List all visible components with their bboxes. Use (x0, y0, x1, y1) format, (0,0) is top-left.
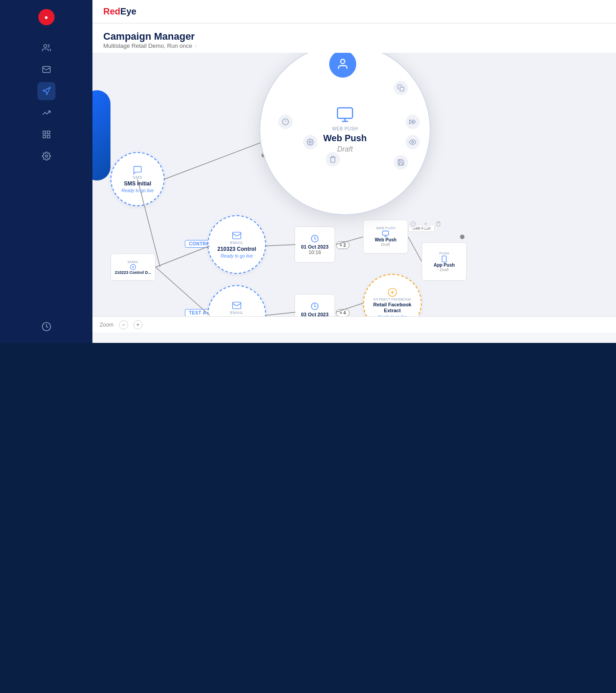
main-content: RedEye Campaign Manager Multistage Retai… (92, 0, 616, 343)
app-container: RedEye Campaign Manager Multistage Retai… (0, 0, 616, 343)
logo-red: Red (103, 6, 120, 16)
email-control-d-name: 210223 Control D... (115, 270, 151, 275)
breadcrumb-icon: › (195, 42, 197, 49)
zoom-in-button[interactable]: + (133, 320, 143, 329)
svg-marker-28 (413, 120, 416, 124)
info-small-icon[interactable] (408, 219, 418, 229)
web-push-large-name: Web Push (323, 133, 367, 143)
svg-rect-27 (400, 87, 404, 91)
settings-icon-button[interactable] (303, 135, 317, 149)
plus-badge-1[interactable]: + 2 (336, 241, 349, 249)
web-push-small-icon (382, 230, 389, 237)
zoom-label: Zoom (100, 322, 114, 328)
app-push-status: Draft (440, 268, 449, 272)
analytics-icon (42, 108, 51, 117)
zoom-bar: Zoom − + (92, 316, 616, 333)
segments-icon (42, 130, 51, 139)
email-control-node[interactable]: EMAIL 210323 Control Ready to go live (207, 215, 266, 274)
svg-point-47 (425, 223, 427, 225)
page-subtitle: Multistage Retail Demo, Run once › (103, 42, 605, 49)
web-push-small-status: Draft (381, 242, 390, 247)
sms-icon (133, 165, 143, 175)
app-push-icon (441, 255, 448, 263)
date-node-1: 01 Oct 2023 10:16 (294, 226, 335, 263)
email-test-icon (232, 300, 242, 310)
email-control-icon (232, 231, 242, 240)
sms-type: SMS (133, 175, 142, 180)
campaign-canvas[interactable]: WEB PUSH Web Push Draft SMS SMS Initial … (92, 53, 616, 333)
bottom-dark-area (0, 343, 616, 693)
sidebar-item-contacts[interactable] (37, 39, 55, 57)
sidebar-history-button[interactable] (41, 322, 51, 334)
svg-point-6 (45, 155, 47, 157)
svg-rect-3 (47, 131, 50, 134)
zoom-out-button[interactable]: − (119, 320, 128, 329)
sidebar-item-analytics[interactable] (37, 104, 55, 122)
delete-icon-button[interactable] (326, 152, 340, 166)
svg-rect-31 (337, 108, 352, 118)
info-icon-button[interactable] (278, 115, 293, 129)
email-control-type: EMAIL (230, 240, 244, 245)
web-push-large-icon (336, 106, 354, 124)
sidebar-item-campaigns[interactable] (37, 82, 55, 100)
logo-blue: Eye (120, 6, 137, 16)
sms-name: SMS Initial (124, 180, 152, 187)
svg-point-30 (412, 141, 414, 143)
settings-small-icon[interactable] (421, 219, 431, 229)
plus-badge-2[interactable]: + 4 (336, 309, 349, 317)
svg-rect-1 (42, 66, 50, 72)
subtitle-text: Multistage Retail Demo, Run once (103, 42, 192, 49)
svg-point-0 (44, 45, 47, 48)
skip-icon-button[interactable] (405, 115, 420, 129)
web-push-small-node[interactable]: WEB PUSH Web Push Draft Web Push (363, 220, 408, 254)
email-control-name: 210323 Control (217, 246, 256, 252)
facebook-type: EXTRACT FACEBOOK (373, 297, 411, 302)
logo: RedEye (103, 6, 136, 17)
svg-line-10 (156, 267, 210, 315)
svg-point-19 (460, 235, 464, 239)
svg-line-15 (266, 312, 295, 315)
test-a-label: TEST A (185, 309, 210, 317)
date-1: 01 Oct 2023 (301, 244, 328, 249)
svg-rect-5 (43, 135, 46, 138)
save-icon-button[interactable] (394, 155, 408, 170)
web-push-large-status: Draft (337, 145, 353, 153)
svg-line-9 (156, 246, 210, 267)
sidebar-item-segments[interactable] (37, 125, 55, 143)
svg-point-22 (340, 60, 345, 64)
sidebar-item-email[interactable] (37, 60, 55, 79)
email-ctrl-d-icon (130, 264, 136, 270)
app-push-node[interactable]: PUSH App Push Draft (422, 242, 467, 281)
page-title: Campaign Manager (103, 31, 605, 42)
sidebar-item-settings[interactable] (37, 147, 55, 165)
sidebar-nav (0, 39, 92, 165)
svg-rect-2 (43, 131, 46, 134)
facebook-name: Retail Facebook Extract (364, 302, 421, 314)
web-push-small-name: Web Push (375, 237, 396, 242)
svg-rect-48 (442, 256, 446, 262)
email-control-d-type: EMAIL (128, 260, 138, 264)
contacts-icon (42, 43, 51, 52)
email-icon (42, 65, 51, 74)
svg-line-13 (266, 245, 295, 246)
web-push-large-type: WEB PUSH (332, 126, 358, 131)
redeye-logo[interactable] (38, 9, 55, 25)
svg-rect-38 (233, 302, 241, 309)
email-test-type: EMAIL (230, 310, 244, 315)
topbar: RedEye (92, 0, 616, 23)
web-push-small-type: WEB PUSH (376, 226, 395, 231)
clock-icon-1 (311, 235, 319, 243)
sms-initial-node[interactable]: SMS SMS Initial Ready to go live (110, 152, 165, 206)
email-control-d-node[interactable]: EMAIL 210223 Control D... (110, 254, 156, 281)
page-header: Campaign Manager Multistage Retail Demo,… (92, 23, 616, 53)
svg-line-17 (408, 237, 422, 261)
app-push-name: App Push (434, 263, 455, 268)
campaigns-icon (42, 87, 51, 96)
svg-marker-29 (409, 120, 412, 124)
time-1: 10:16 (308, 249, 321, 255)
delete-small-icon[interactable] (433, 219, 443, 229)
user-icon (336, 58, 349, 70)
copy-icon-button[interactable] (394, 81, 408, 95)
eye-icon-button[interactable] (405, 135, 420, 149)
svg-rect-4 (47, 135, 50, 138)
